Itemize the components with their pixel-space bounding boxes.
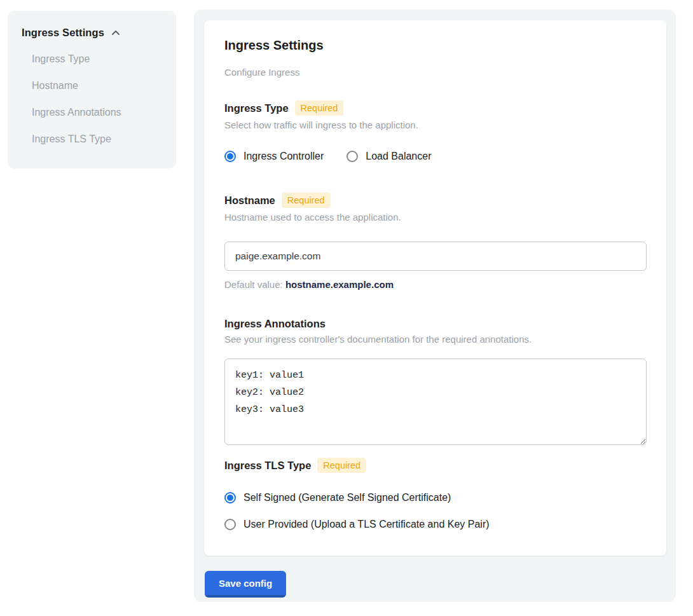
radio-option-load-balancer[interactable]: Load Balancer (346, 151, 431, 162)
hostname-default-line: Default value: hostname.example.com (224, 279, 646, 290)
page-subtitle: Configure Ingress (224, 67, 646, 78)
radio-label: Ingress Controller (244, 151, 324, 162)
section-hostname: Hostname Required Hostname used to acces… (224, 193, 646, 290)
section-ingress-type: Ingress Type Required Select how traffic… (224, 100, 646, 162)
required-badge: Required (317, 458, 366, 473)
required-badge: Required (282, 193, 331, 208)
radio-icon[interactable] (224, 151, 236, 162)
radio-label: Load Balancer (366, 151, 431, 162)
hostname-input[interactable] (224, 242, 647, 271)
section-ingress-tls-type: Ingress TLS Type Required Self Signed (G… (224, 458, 646, 530)
hostname-description: Hostname used to access the application. (224, 212, 646, 222)
ingress-type-label: Ingress Type (224, 102, 289, 114)
radio-icon[interactable] (224, 519, 236, 530)
main-panel: Ingress Settings Configure Ingress Ingre… (194, 10, 676, 602)
radio-icon[interactable] (224, 492, 236, 503)
required-badge: Required (295, 100, 344, 116)
default-value-text: hostname.example.com (285, 279, 394, 290)
hostname-label: Hostname (224, 195, 275, 207)
ingress-annotations-textarea[interactable]: key1: value1 key2: value2 key3: value3 (224, 359, 647, 445)
ingress-type-radio-group: Ingress Controller Load Balancer (224, 151, 646, 162)
radio-label: User Provided (Upload a TLS Certificate … (244, 519, 490, 530)
ingress-type-description: Select how traffic will ingress to the a… (224, 120, 646, 130)
radio-option-self-signed[interactable]: Self Signed (Generate Self Signed Certif… (224, 492, 646, 503)
radio-label: Self Signed (Generate Self Signed Certif… (244, 492, 451, 503)
sidebar-section-toggle[interactable]: Ingress Settings (22, 27, 162, 39)
sidebar-items: Ingress Type Hostname Ingress Annotation… (22, 53, 162, 145)
radio-option-ingress-controller[interactable]: Ingress Controller (224, 151, 324, 162)
page: Ingress Settings Ingress Type Hostname I… (0, 0, 693, 616)
radio-icon[interactable] (346, 151, 358, 162)
radio-option-user-provided[interactable]: User Provided (Upload a TLS Certificate … (224, 519, 646, 530)
sidebar-section-title: Ingress Settings (22, 27, 104, 39)
sidebar-item-ingress-type[interactable]: Ingress Type (32, 53, 162, 65)
chevron-up-icon (111, 28, 121, 38)
ingress-settings-card: Ingress Settings Configure Ingress Ingre… (204, 20, 666, 556)
sidebar-item-ingress-annotations[interactable]: Ingress Annotations (32, 107, 162, 118)
sidebar-item-hostname[interactable]: Hostname (32, 80, 162, 92)
ingress-tls-type-label: Ingress TLS Type (224, 460, 311, 472)
sidebar-item-ingress-tls-type[interactable]: Ingress TLS Type (32, 133, 162, 145)
ingress-settings-sidebar: Ingress Settings Ingress Type Hostname I… (8, 11, 176, 168)
page-title: Ingress Settings (224, 38, 646, 53)
save-config-button[interactable]: Save config (205, 571, 286, 598)
ingress-annotations-description: See your ingress controller's documentat… (224, 334, 646, 345)
default-value-label: Default value: (224, 279, 283, 290)
section-ingress-annotations: Ingress Annotations See your ingress con… (224, 318, 646, 445)
ingress-tls-radio-group: Self Signed (Generate Self Signed Certif… (224, 492, 646, 530)
ingress-annotations-label: Ingress Annotations (224, 318, 326, 330)
